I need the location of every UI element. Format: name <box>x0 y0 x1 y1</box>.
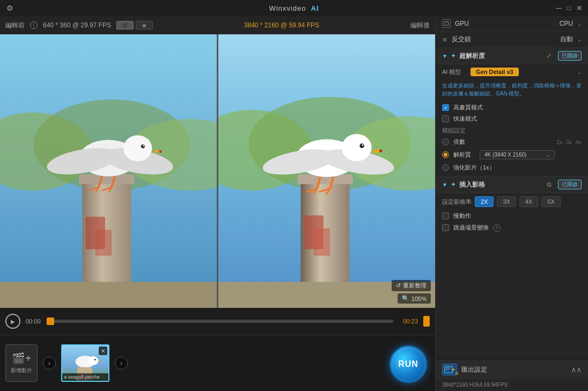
svg-rect-55 <box>445 21 446 22</box>
ai-model-row: AI 模型 Gen Detail v3 ⌄ <box>436 64 588 79</box>
toggle-full[interactable]: ▣ <box>136 21 153 29</box>
svg-rect-30 <box>314 228 330 256</box>
ai-model-badge[interactable]: Gen Detail v3 <box>471 68 519 76</box>
svg-point-15 <box>159 150 162 153</box>
hq-mode-checkbox[interactable] <box>442 104 449 111</box>
time-end: 00:23 <box>399 318 418 324</box>
factor-4x[interactable]: 4x <box>575 139 582 145</box>
svg-point-48 <box>89 356 98 365</box>
resolution-select[interactable]: 4K (3840 X 2160) ⌄ <box>480 150 555 159</box>
super-resolution-header: ▼ ✦ 超解析度 ⤢ 已開啟 <box>436 48 588 64</box>
deinterlace-value: 自動 <box>560 35 573 44</box>
svg-point-12 <box>141 144 145 148</box>
add-video-button[interactable]: 🎬+ 新增影片 <box>5 344 38 382</box>
gpu-cpu-row: GPU CPU ⌄ <box>436 16 588 32</box>
minimize-button[interactable]: ─ <box>556 4 562 12</box>
thumbnail-close-button[interactable]: ✕ <box>99 346 107 355</box>
zoom-icon: 🔍 <box>402 295 409 302</box>
cpu-label: CPU <box>560 20 573 27</box>
enhance-radio[interactable] <box>442 164 449 171</box>
thumbnail-label: a-seagull-perche <box>62 373 108 381</box>
resolution-value: 4K (3840 X 2160) <box>484 152 526 158</box>
deinterlace-row: ≋ 反交錯 自動 ⌄ <box>436 32 588 48</box>
prev-arrow[interactable]: ‹ <box>43 357 56 370</box>
before-label: 編輯前 <box>5 21 25 30</box>
interp-icon: ✦ <box>451 181 456 188</box>
enhance-label: 強化影片（1x） <box>453 164 495 172</box>
gpu-cpu-dropdown[interactable]: ⌄ <box>577 21 582 27</box>
svg-rect-7 <box>95 230 112 256</box>
resolution-dropdown-arrow: ⌄ <box>546 152 550 158</box>
scene-change-help[interactable]: ? <box>493 224 501 232</box>
timeline-thumb[interactable] <box>47 318 54 325</box>
factor-row: 倍數 2x 3x 4x <box>436 136 588 148</box>
run-button[interactable]: RUN <box>389 345 427 383</box>
timeline-bar[interactable] <box>50 320 393 323</box>
reset-icon: ↺ <box>396 282 401 289</box>
deinterlace-dropdown[interactable]: ⌄ <box>577 36 582 42</box>
spacer <box>436 234 588 358</box>
svg-rect-56 <box>447 21 447 22</box>
view-toggle[interactable]: ⬛ ▣ <box>116 21 153 29</box>
maximize-button[interactable]: □ <box>567 4 571 12</box>
app-title: Winxvideo AI <box>269 4 319 12</box>
interpolation-header: ▼ ✦ 插入影格 ⧉ 已開啟 <box>436 176 588 193</box>
timeline-end-marker <box>423 316 430 327</box>
time-start: 00:00 <box>26 318 45 324</box>
resolution-radio[interactable] <box>442 151 449 158</box>
slow-motion-checkbox[interactable] <box>442 212 449 219</box>
export-sub-info: 3840*2160 H264 59.94FPS <box>436 380 588 391</box>
module-settings-label: 模組設定 <box>436 124 588 136</box>
scene-change-checkbox[interactable] <box>442 224 449 231</box>
export-header: ⚙ 匯出設定 ∧∧ <box>436 359 588 380</box>
reset-button[interactable]: ↺ 重新整理 <box>392 280 431 291</box>
fast-mode-checkbox[interactable] <box>442 115 449 122</box>
svg-point-49 <box>94 359 96 360</box>
ai-model-dropdown[interactable]: ⌄ <box>577 69 582 75</box>
factor-2x[interactable]: 2x <box>556 139 563 145</box>
interp-collapse[interactable]: ▼ <box>442 182 447 188</box>
fps-2x-button[interactable]: 2X <box>475 196 494 207</box>
next-arrow[interactable]: › <box>115 357 128 370</box>
zoom-button[interactable]: 🔍 105% <box>398 293 431 304</box>
fps-3x-button[interactable]: 3X <box>497 196 516 207</box>
top-bar: 編輯前 i 640 * 360 @ 29.97 FPS ⬛ ▣ 3840 * 2… <box>0 16 435 34</box>
svg-rect-54 <box>444 22 449 25</box>
svg-point-36 <box>362 144 363 146</box>
scene-change-row: 跳過場景變換 ? <box>436 222 588 234</box>
resolution-row: 解析質 4K (3840 X 2160) ⌄ <box>436 148 588 161</box>
video-divider[interactable] <box>217 34 218 308</box>
play-button[interactable]: ▶ <box>5 314 20 329</box>
info-icon[interactable]: i <box>30 21 38 29</box>
scene-change-label: 跳過場景變換 <box>453 224 489 232</box>
interp-badge[interactable]: 已開啟 <box>558 180 582 189</box>
factor-3x[interactable]: 3x <box>566 139 572 145</box>
super-res-expand[interactable]: ⤢ <box>546 52 552 60</box>
close-button[interactable]: ✕ <box>576 4 583 12</box>
fast-mode-row: 快速模式 <box>436 113 588 124</box>
super-res-collapse[interactable]: ▼ <box>442 53 447 59</box>
factor-radio[interactable] <box>442 138 449 145</box>
gpu-label: GPU <box>455 20 469 27</box>
main-layout: 編輯前 i 640 * 360 @ 29.97 FPS ⬛ ▣ 3840 * 2… <box>0 16 588 391</box>
svg-rect-22 <box>0 282 217 308</box>
settings-icon[interactable]: ⚙ <box>6 4 13 12</box>
video-after-frame <box>218 34 435 308</box>
super-res-title: 超解析度 <box>459 51 543 61</box>
factor-options: 2x 3x 4x <box>556 139 582 145</box>
export-expand[interactable]: ∧∧ <box>571 365 582 374</box>
interp-title: 插入影格 <box>459 180 543 189</box>
svg-point-38 <box>379 150 382 152</box>
thumbnail-item[interactable]: ✕ <box>61 344 109 382</box>
window-controls: ─ □ ✕ <box>556 4 583 12</box>
left-panel: 編輯前 i 640 * 360 @ 29.97 FPS ⬛ ▣ 3840 * 2… <box>0 16 435 391</box>
toggle-split[interactable]: ⬛ <box>116 21 134 29</box>
fps-buttons-row: 設定影格率 2X 3X 4X 5X <box>436 193 588 210</box>
super-res-badge[interactable]: 已開啟 <box>558 51 582 61</box>
timeline: ▶ 00:00 00:23 <box>0 308 435 335</box>
slow-motion-label: 慢動作 <box>453 212 471 220</box>
interp-copy[interactable]: ⧉ <box>547 181 552 188</box>
fps-5x-button[interactable]: 5X <box>541 196 560 207</box>
bottom-strip: 🎬+ 新增影片 ‹ ✕ <box>0 335 435 391</box>
fps-4x-button[interactable]: 4X <box>519 196 538 207</box>
